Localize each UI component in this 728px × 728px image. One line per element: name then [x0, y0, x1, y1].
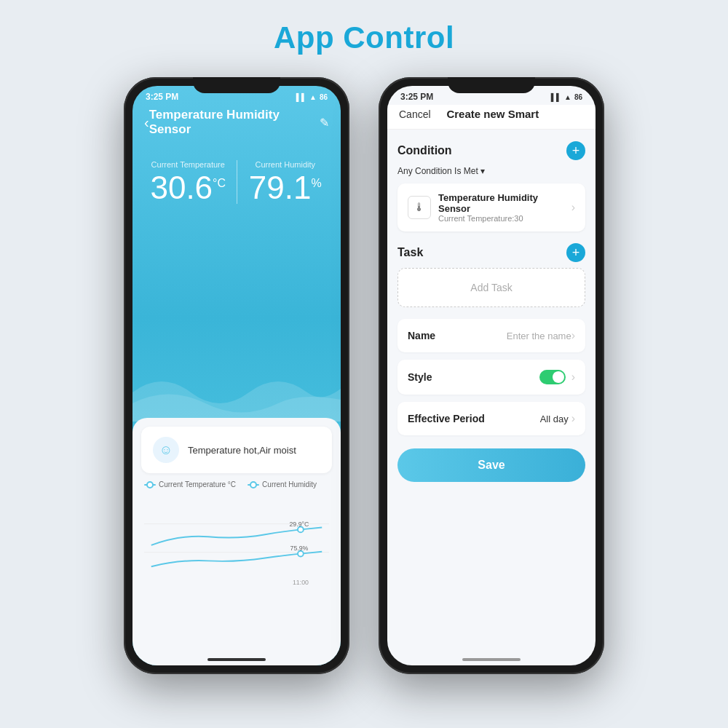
status-card: ☺ Temperature hot,Air moist [141, 427, 332, 473]
legend-humidity-dot [248, 484, 259, 486]
home-indicator-2 [462, 658, 521, 661]
create-smart-title: Create new Smart [446, 108, 539, 120]
condition-card[interactable]: 🌡 Temperature Humidity Sensor Current Te… [397, 183, 585, 232]
save-button[interactable]: Save [397, 448, 585, 482]
condition-chevron-icon: › [571, 201, 575, 214]
sensor-icon: 🌡 [408, 196, 431, 219]
phone2-inner: 3:25 PM ▌▌ ▲ 86 Cancel Create new Smart [387, 86, 596, 665]
effective-period-value: All day [540, 414, 569, 424]
name-value: Enter the name [507, 331, 571, 341]
svg-text:11:00: 11:00 [293, 579, 309, 586]
legend-temp-dot [144, 484, 156, 486]
metrics-display: Current Temperature 30.6°C Current Humid… [132, 146, 341, 211]
humidity-label: Current Humidity [245, 160, 327, 169]
form-section: Name Enter the name › Style › Effec [397, 319, 585, 435]
task-title: Task [397, 246, 423, 259]
name-chevron-icon: › [571, 329, 575, 342]
name-row[interactable]: Name Enter the name › [397, 319, 585, 352]
temp-value: 30.6°C [147, 172, 229, 204]
wifi-icon-2: ▲ [564, 93, 571, 101]
notch2 [448, 77, 535, 93]
name-label: Name [408, 330, 507, 341]
chart-legend: Current Temperature °C Current Humidity [144, 480, 329, 488]
page-wrapper: App Control 3:25 PM ▌▌ ▲ 86 ‹ [0, 0, 728, 681]
effective-period-row[interactable]: Effective Period All day › [397, 402, 585, 435]
effective-period-chevron-icon: › [571, 412, 575, 425]
status-icons-1: ▌▌ ▲ 86 [296, 93, 328, 101]
add-condition-button[interactable]: + [566, 141, 585, 160]
condition-info: Temperature Humidity Sensor Current Temp… [438, 192, 571, 223]
humidity-block: Current Humidity 79.1% [245, 160, 327, 204]
cancel-button[interactable]: Cancel [399, 108, 431, 120]
back-button[interactable]: ‹ [144, 114, 149, 131]
style-row[interactable]: Style › [397, 360, 585, 395]
temp-label: Current Temperature [147, 160, 229, 169]
status-emoji-icon: ☺ [153, 437, 179, 463]
legend-humidity-label: Current Humidity [262, 480, 317, 488]
wifi-icon: ▲ [309, 93, 317, 101]
phone1: 3:25 PM ▌▌ ▲ 86 ‹ Temperature Humidity S… [124, 77, 349, 674]
metric-divider [237, 160, 237, 204]
time-2: 3:25 PM [400, 92, 433, 102]
wave-decoration [132, 363, 341, 422]
condition-title: Condition [397, 144, 452, 157]
add-task-box[interactable]: Add Task [397, 268, 585, 307]
svg-text:29.9°C: 29.9°C [289, 521, 309, 528]
notch1 [193, 77, 280, 93]
condition-sensor-detail: Current Temperature:30 [438, 214, 571, 223]
phone2: 3:25 PM ▌▌ ▲ 86 Cancel Create new Smart [379, 77, 604, 674]
temp-unit: °C [213, 177, 226, 189]
status-message: Temperature hot,Air moist [188, 445, 296, 456]
condition-dropdown-icon[interactable]: ▾ [480, 166, 485, 176]
temperature-block: Current Temperature 30.6°C [147, 160, 229, 204]
humidity-unit: % [311, 177, 321, 189]
battery-icon: 86 [320, 93, 328, 101]
style-toggle[interactable] [539, 370, 566, 384]
signal-icon: ▌▌ [296, 93, 306, 101]
style-chevron-icon: › [571, 371, 575, 384]
battery-icon-2: 86 [574, 93, 582, 101]
phone1-header: ‹ Temperature Humidity Sensor ✎ [132, 105, 341, 146]
svg-point-4 [298, 551, 304, 557]
time-1: 3:25 PM [146, 92, 178, 102]
style-label: Style [408, 371, 539, 383]
add-task-button[interactable]: + [566, 243, 585, 262]
effective-period-label: Effective Period [408, 413, 540, 424]
humidity-value: 79.1% [245, 172, 327, 204]
svg-text:75.9%: 75.9% [290, 545, 309, 552]
edit-button[interactable]: ✎ [320, 116, 329, 130]
status-icons-2: ▌▌ ▲ 86 [551, 93, 582, 101]
phone1-bottom-card: ☺ Temperature hot,Air moist Current Temp… [132, 418, 341, 665]
content-area: Condition + Any Condition Is Met ▾ 🌡 Tem… [387, 130, 596, 651]
legend-humidity: Current Humidity [248, 480, 317, 488]
condition-section-header: Condition + [397, 141, 585, 160]
phones-container: 3:25 PM ▌▌ ▲ 86 ‹ Temperature Humidity S… [0, 70, 728, 681]
legend-temp-label: Current Temperature °C [159, 480, 236, 488]
task-section: Task + Add Task [397, 243, 585, 307]
sensor-title: Temperature Humidity Sensor [149, 108, 320, 137]
chart-area: Current Temperature °C Current Humidity [132, 473, 341, 589]
condition-sub-label: Any Condition Is Met ▾ [397, 166, 585, 176]
add-task-label: Add Task [470, 282, 512, 293]
page-title: App Control [0, 0, 728, 70]
home-indicator-1 [207, 658, 266, 661]
svg-point-2 [298, 526, 304, 532]
phone1-inner: 3:25 PM ▌▌ ▲ 86 ‹ Temperature Humidity S… [132, 86, 341, 665]
chart-lines: 29.9°C 75.9% 11:00 [144, 494, 329, 589]
phone2-header: Cancel Create new Smart [387, 105, 596, 130]
legend-temp: Current Temperature °C [144, 480, 236, 488]
task-section-header: Task + [397, 243, 585, 262]
signal-icon-2: ▌▌ [551, 93, 561, 101]
condition-sensor-name: Temperature Humidity Sensor [438, 192, 571, 214]
